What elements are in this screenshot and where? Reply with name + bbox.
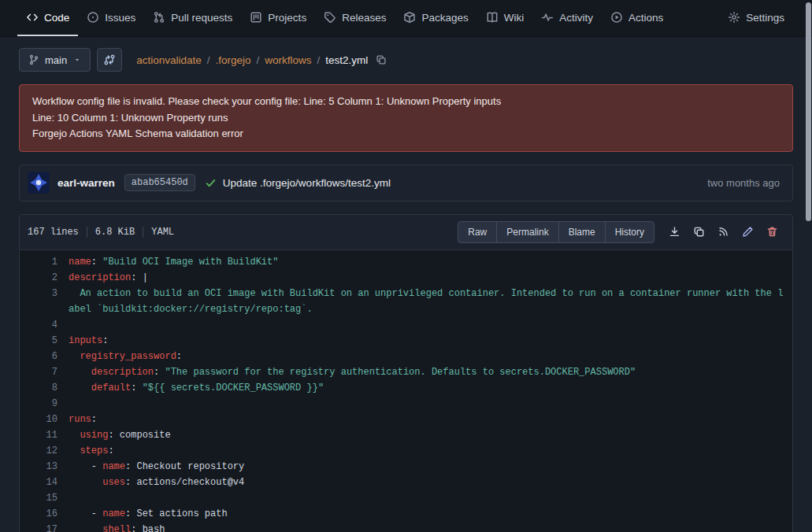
code-text: description: "The password for the regis… [69, 364, 792, 380]
code-line: 11 using: composite [20, 427, 792, 443]
breadcrumb-workflows[interactable]: workflows [265, 54, 311, 66]
nav-item-label: Pull requests [171, 12, 232, 24]
line-number[interactable]: 5 [20, 333, 69, 349]
git-branch-icon [28, 54, 39, 65]
line-number[interactable]: 2 [20, 270, 69, 286]
nav-right: Settings [719, 0, 793, 36]
line-number[interactable]: 4 [20, 317, 69, 333]
file-header: 167 lines 6.8 KiB YAML RawPermalinkBlame… [20, 215, 792, 250]
breadcrumb-separator: / [317, 54, 321, 66]
nav-item-projects[interactable]: Projects [241, 0, 315, 36]
divider [87, 227, 87, 238]
commit-author[interactable]: earl-warren [57, 177, 115, 189]
nav-item-label: Settings [746, 12, 784, 24]
line-number[interactable]: 13 [20, 459, 69, 475]
file-action-buttons: RawPermalinkBlameHistory [458, 221, 654, 243]
nav-item-pull-requests[interactable]: Pull requests [144, 0, 241, 36]
code-line: 8 default: "${{ secrets.DOCKER_PASSWORD … [20, 380, 792, 396]
line-number[interactable]: 10 [20, 412, 69, 427]
code-text: steps: [69, 443, 792, 459]
delete-button[interactable] [760, 221, 784, 242]
nav-item-actions[interactable]: Actions [602, 0, 672, 36]
activity-icon [541, 11, 554, 24]
error-message-line: Forgejo Actions YAML Schema validation e… [32, 126, 780, 142]
download-button[interactable] [662, 221, 687, 242]
copy-button[interactable] [687, 221, 711, 242]
file-info: 167 lines 6.8 KiB YAML [28, 227, 174, 238]
code-line: 13 - name: Checkout repository [20, 459, 792, 475]
code-text: using: composite [69, 427, 792, 443]
nav-item-label: Activity [559, 12, 593, 24]
line-number[interactable]: 7 [20, 364, 69, 380]
code-line: 12 steps: [20, 443, 792, 459]
page-scrollbar-thumb[interactable] [806, 2, 811, 221]
nav-item-code[interactable]: Code [17, 0, 78, 36]
actions-icon [610, 11, 623, 24]
line-number[interactable]: 15 [20, 490, 69, 506]
file-icon-buttons [662, 221, 784, 242]
nav-item-packages[interactable]: Packages [395, 0, 476, 36]
code-line: 3 An action to build an OCI image with B… [20, 286, 792, 317]
nav-item-label: Packages [421, 12, 468, 24]
code-line: 4 [20, 317, 792, 333]
line-number[interactable]: 1 [20, 254, 69, 270]
breadcrumb-separator: / [207, 54, 210, 66]
nav-item-releases[interactable]: Releases [315, 0, 395, 36]
breadcrumb-actionvalidate[interactable]: actionvalidate [136, 54, 202, 66]
commit-message[interactable]: Update .forgejo/workflows/test2.yml [223, 177, 391, 189]
code-text: uses: actions/checkout@v4 [69, 475, 792, 490]
branch-selector[interactable]: main [19, 48, 91, 72]
issues-icon [87, 11, 99, 24]
code-line: 17 shell: bash [20, 522, 792, 532]
commit-hash-badge[interactable]: abab65450d [124, 174, 195, 191]
latest-commit-bar: earl-warren abab65450d Update .forgejo/w… [19, 164, 793, 201]
line-number[interactable]: 16 [20, 506, 69, 522]
wiki-icon [486, 11, 499, 24]
nav-item-issues[interactable]: Issues [78, 0, 144, 36]
file-line-count: 167 lines [28, 227, 79, 238]
blame-button[interactable]: Blame [558, 221, 606, 243]
commit-time: two months ago [707, 177, 784, 189]
line-number[interactable]: 8 [20, 380, 69, 396]
raw-button[interactable]: Raw [458, 221, 497, 243]
breadcrumb--forgejo[interactable]: .forgejo [216, 54, 251, 66]
commit-status-check-icon[interactable] [205, 177, 217, 189]
code-lines: 1name: "Build OCI Image with BuildKit"2d… [20, 250, 792, 532]
code-text: - name: Set actions path [69, 506, 792, 522]
file-view: 167 lines 6.8 KiB YAML RawPermalinkBlame… [19, 214, 793, 532]
nav-item-label: Actions [628, 12, 663, 24]
nav-item-settings[interactable]: Settings [719, 0, 793, 36]
code-text [69, 317, 792, 333]
line-number[interactable]: 12 [20, 443, 69, 459]
line-number[interactable]: 3 [20, 286, 69, 317]
history-button[interactable]: History [605, 221, 654, 243]
breadcrumb: actionvalidate/.forgejo/workflows/test2.… [136, 54, 368, 66]
edit-button[interactable] [736, 221, 760, 242]
error-message-line: Workflow config file is invalid. Please … [32, 94, 780, 110]
rss-button[interactable] [711, 221, 736, 242]
code-line: 14 uses: actions/checkout@v4 [20, 475, 792, 490]
line-number[interactable]: 17 [20, 522, 69, 532]
packages-icon [403, 11, 416, 24]
pull-request-icon [153, 11, 165, 24]
line-number[interactable]: 14 [20, 475, 69, 490]
nav-item-label: Projects [268, 12, 306, 24]
permalink-button[interactable]: Permalink [496, 221, 558, 243]
nav-item-activity[interactable]: Activity [532, 0, 602, 36]
compare-button[interactable] [97, 48, 122, 72]
nav-item-label: Wiki [504, 12, 525, 24]
edit-icon [742, 226, 754, 238]
author-avatar[interactable] [28, 172, 50, 194]
nav-item-wiki[interactable]: Wiki [477, 0, 533, 36]
code-text: shell: bash [69, 522, 792, 532]
nav-item-label: Issues [105, 12, 135, 24]
settings-icon [728, 11, 740, 24]
code-line: 15 [20, 490, 792, 506]
copy-path-button[interactable] [376, 54, 387, 65]
breadcrumb-test2-yml: test2.yml [325, 54, 368, 66]
repo-tab-bar: CodeIssuesPull requestsProjectsReleasesP… [0, 0, 812, 37]
line-number[interactable]: 6 [20, 349, 69, 364]
line-number[interactable]: 11 [20, 427, 69, 443]
line-number[interactable]: 9 [20, 396, 69, 412]
code-text [69, 396, 792, 412]
